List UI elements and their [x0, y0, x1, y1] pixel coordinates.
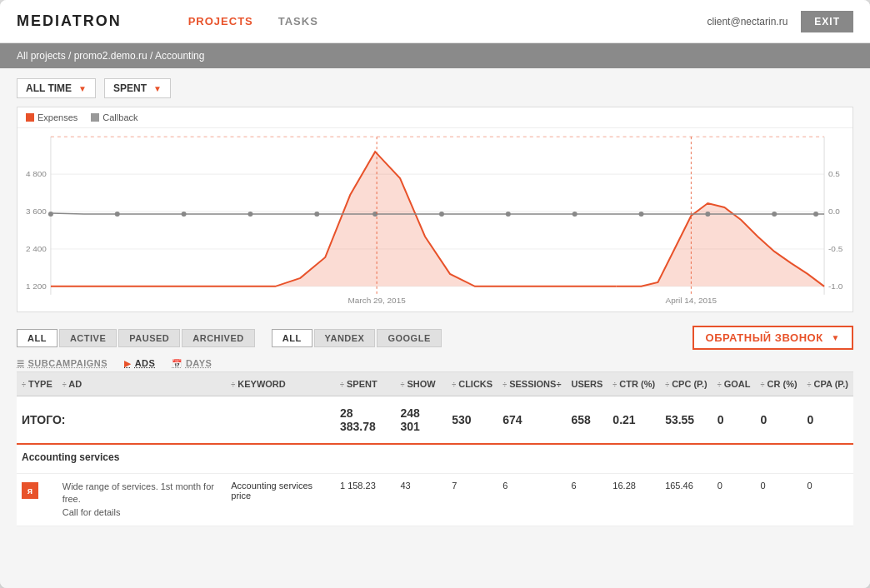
callback-dropdown-arrow-icon: ▼	[832, 333, 840, 342]
svg-text:3 600: 3 600	[26, 207, 47, 216]
row-clicks: 7	[447, 474, 498, 526]
row-users-empty	[566, 444, 608, 474]
logo: MEDIATRON	[17, 12, 122, 30]
sub-tab-days-label: DAYS	[186, 358, 212, 368]
col-cr[interactable]: ÷ CR (%)	[756, 372, 802, 396]
tab-active[interactable]: ACTIVE	[59, 329, 117, 347]
tab-all-status[interactable]: ALL	[17, 329, 58, 347]
row-show-empty	[395, 444, 447, 474]
sort-spent-icon: ÷	[340, 381, 344, 389]
row-show: 43	[395, 474, 447, 526]
sub-tab-subcampaigns[interactable]: ☰ SUBCAMPAIGNS	[17, 358, 108, 368]
chart-container: Expenses Callback 4	[17, 107, 853, 312]
col-show[interactable]: ÷ SHOW	[395, 372, 447, 396]
svg-text:-0.5: -0.5	[828, 244, 843, 253]
svg-text:0.5: 0.5	[828, 169, 840, 178]
col-goal[interactable]: ÷ GOAL	[712, 372, 756, 396]
row-ad-cell: Wide range of services. 1st month for fr…	[58, 474, 227, 526]
filter-tabs-row: ALL ACTIVE PAUSED ARCHIVED ALL YANDEX GO…	[17, 321, 853, 355]
nav-projects[interactable]: PROJECTS	[188, 12, 253, 31]
row-ctr-empty	[608, 444, 660, 474]
sort-cr-icon: ÷	[761, 381, 765, 389]
exit-button[interactable]: EXIT	[801, 11, 853, 32]
row-cpa: 0	[802, 474, 853, 526]
chart-legend: Expenses Callback	[18, 107, 852, 128]
svg-text:1 200: 1 200	[26, 282, 47, 291]
header: MEDIATRON PROJECTS TASKS client@nectarin…	[0, 0, 870, 43]
svg-point-28	[772, 212, 777, 217]
service-empty	[226, 444, 335, 474]
totals-ctr: 0.21	[608, 396, 660, 445]
row-cpa-empty	[802, 444, 853, 474]
row-cpc: 165.46	[660, 474, 712, 526]
row-keyword: Accounting services price	[226, 474, 335, 526]
svg-point-21	[314, 212, 319, 217]
svg-text:0.0: 0.0	[828, 207, 840, 216]
svg-text:April 14, 2015: April 14, 2015	[666, 296, 718, 305]
expenses-label: Expenses	[38, 112, 78, 122]
sub-tab-days[interactable]: 📅 DAYS	[172, 358, 212, 368]
col-cpa[interactable]: ÷ CPA (P.)	[802, 372, 853, 396]
service-name-cell: Accounting services	[17, 444, 226, 474]
row-goal-empty	[712, 444, 756, 474]
tab-google[interactable]: GOOGLE	[377, 329, 441, 347]
service-name: Accounting services	[22, 451, 221, 463]
table-header-row: ÷ TYPE ÷ AD ÷ KEYWORD ÷ SPENT ÷ SHOW ÷ C…	[17, 372, 853, 396]
col-cpc[interactable]: ÷ CPC (P.)	[660, 372, 712, 396]
totals-cpa: 0	[802, 396, 853, 445]
totals-cpc: 53.55	[660, 396, 712, 445]
row-ctr: 16.28	[608, 474, 660, 526]
col-spent[interactable]: ÷ SPENT	[335, 372, 395, 396]
row-sessions-empty	[498, 444, 566, 474]
svg-marker-15	[51, 152, 617, 287]
tab-paused[interactable]: PAUSED	[118, 329, 180, 347]
svg-point-18	[115, 212, 120, 217]
sub-tab-ads[interactable]: ▶ ADS	[124, 358, 155, 368]
row-icon-cell: я	[17, 474, 58, 526]
user-email: client@nectarin.ru	[707, 16, 788, 27]
totals-label: ИТОГО:	[17, 396, 335, 445]
main-content: ALL TIME ▼ SPENT ▼ Expenses Callback	[0, 68, 870, 588]
col-ad[interactable]: ÷ AD	[58, 372, 227, 396]
sub-tabs-row: ☰ SUBCAMPAIGNS ▶ ADS 📅 DAYS	[17, 355, 853, 372]
ads-icon: ▶	[124, 359, 132, 368]
nav-tasks[interactable]: TASKS	[278, 12, 318, 31]
nav-items: PROJECTS TASKS	[188, 12, 708, 31]
tab-archived[interactable]: ARCHIVED	[182, 329, 254, 347]
totals-show: 248 301	[395, 396, 447, 445]
svg-point-23	[439, 212, 444, 217]
svg-point-26	[639, 212, 644, 217]
totals-goal: 0	[712, 396, 756, 445]
ad-subtext: Call for details	[62, 506, 222, 519]
metric-filter-arrow-icon: ▼	[153, 84, 162, 93]
tab-all-source[interactable]: ALL	[272, 329, 312, 347]
days-icon: 📅	[172, 359, 182, 368]
svg-point-20	[248, 212, 252, 217]
metric-filter-dropdown[interactable]: SPENT ▼	[104, 78, 171, 98]
col-keyword[interactable]: ÷ KEYWORD	[226, 372, 335, 396]
callback-color-dot	[91, 113, 99, 122]
legend-expenses: Expenses	[26, 112, 78, 122]
col-sessions[interactable]: ÷ SESSIONS÷	[498, 372, 566, 396]
svg-text:March 29, 2015: March 29, 2015	[348, 296, 406, 305]
col-type[interactable]: ÷ TYPE	[17, 372, 58, 396]
row-spent-empty	[335, 444, 395, 474]
table-data-row: я Wide range of services. 1st month for …	[17, 474, 853, 526]
row-clicks-empty	[447, 444, 498, 474]
sort-keyword-icon: ÷	[231, 381, 235, 389]
col-clicks[interactable]: ÷ CLICKS	[447, 372, 498, 396]
table-row: Accounting services	[17, 444, 853, 474]
col-ctr[interactable]: ÷ CTR (%)	[608, 372, 660, 396]
chart-svg-wrapper: 4 800 3 600 2 400 1 200 0.5 0.0 -0.5 -1.…	[18, 128, 852, 311]
tab-yandex[interactable]: YANDEX	[314, 329, 376, 347]
svg-text:-1.0: -1.0	[828, 282, 843, 291]
sub-tab-ads-label: ADS	[135, 358, 156, 368]
time-filter-arrow-icon: ▼	[78, 84, 87, 93]
svg-marker-16	[617, 203, 825, 287]
sort-ad-icon: ÷	[62, 381, 67, 389]
time-filter-dropdown[interactable]: ALL TIME ▼	[17, 78, 96, 98]
callback-dropdown[interactable]: ОБРАТНЫЙ ЗВОНОК ▼	[692, 326, 853, 350]
col-users[interactable]: USERS	[566, 372, 608, 396]
svg-point-29	[813, 212, 818, 217]
metric-filter-label: SPENT	[113, 82, 147, 94]
